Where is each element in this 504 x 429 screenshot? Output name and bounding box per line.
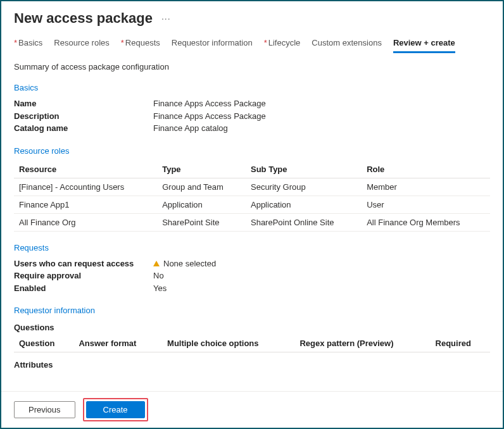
col-answer-format: Answer format bbox=[73, 335, 162, 352]
create-highlight: Create bbox=[83, 398, 148, 421]
warning-icon bbox=[153, 261, 160, 266]
required-star-icon: * bbox=[121, 38, 124, 47]
col-type: Type bbox=[157, 161, 246, 178]
col-required: Required bbox=[431, 335, 490, 352]
kv-row: Catalog name Finance App catalog bbox=[14, 122, 490, 135]
more-actions-icon[interactable]: ··· bbox=[161, 13, 171, 23]
resource-roles-table: Resource Type Sub Type Role [Finance] - … bbox=[14, 161, 490, 232]
create-button[interactable]: Create bbox=[86, 401, 145, 418]
kv-key: Users who can request access bbox=[14, 258, 153, 270]
cell: Member bbox=[362, 178, 490, 196]
kv-row: Description Finance Apps Access Package bbox=[14, 110, 490, 123]
table-row: [Finance] - Accounting Users Group and T… bbox=[14, 178, 490, 196]
attributes-label: Attributes bbox=[14, 360, 490, 370]
kv-value: Finance App catalog bbox=[153, 122, 490, 135]
summary-label: Summary of access package configuration bbox=[14, 62, 490, 72]
col-regex: Regex pattern (Preview) bbox=[294, 335, 430, 352]
cell: Group and Team bbox=[157, 178, 246, 196]
kv-value: Finance Apps Access Package bbox=[153, 97, 490, 110]
content-scroll[interactable]: Summary of access package configuration … bbox=[1, 53, 503, 391]
tab-requests[interactable]: *Requests bbox=[121, 38, 160, 53]
kv-row: Users who can request access None select… bbox=[14, 258, 490, 270]
cell: Security Group bbox=[246, 178, 362, 196]
cell: All Finance Org bbox=[14, 213, 157, 231]
kv-value: No bbox=[153, 270, 490, 282]
kv-value: Yes bbox=[153, 282, 490, 295]
kv-value: Finance Apps Access Package bbox=[153, 110, 490, 123]
tab-review-create[interactable]: Review + create bbox=[393, 38, 455, 53]
section-heading-requests: Requests bbox=[14, 243, 490, 252]
cell: Finance App1 bbox=[14, 196, 157, 213]
kv-row: Enabled Yes bbox=[14, 282, 490, 295]
kv-key: Description bbox=[14, 110, 153, 123]
cell: Application bbox=[157, 196, 246, 213]
table-row: Finance App1 Application Application Use… bbox=[14, 196, 490, 213]
footer: Previous Create bbox=[1, 391, 503, 428]
questions-table: Question Answer format Multiple choice o… bbox=[14, 335, 490, 352]
kv-row: Require approval No bbox=[14, 270, 490, 282]
header: New access package ··· bbox=[1, 1, 503, 32]
col-role: Role bbox=[362, 161, 490, 178]
cell: [Finance] - Accounting Users bbox=[14, 178, 157, 196]
tab-bar: *Basics Resource roles *Requests Request… bbox=[1, 32, 503, 53]
section-heading-requestor-info: Requestor information bbox=[14, 306, 490, 315]
kv-key: Enabled bbox=[14, 282, 153, 295]
kv-key: Catalog name bbox=[14, 122, 153, 135]
tab-basics[interactable]: *Basics bbox=[14, 38, 42, 53]
questions-label: Questions bbox=[14, 323, 490, 332]
kv-key: Require approval bbox=[14, 270, 153, 282]
kv-key: Name bbox=[14, 97, 153, 110]
cell: Application bbox=[246, 196, 362, 213]
cell: SharePoint Site bbox=[157, 213, 246, 231]
col-mc-options: Multiple choice options bbox=[162, 335, 294, 352]
tab-requestor-information[interactable]: Requestor information bbox=[172, 38, 253, 53]
page-frame: New access package ··· *Basics Resource … bbox=[0, 0, 504, 429]
tab-lifecycle[interactable]: *Lifecycle bbox=[264, 38, 301, 53]
cell: All Finance Org Members bbox=[362, 213, 490, 231]
tab-custom-extensions[interactable]: Custom extensions bbox=[312, 38, 382, 53]
table-row: All Finance Org SharePoint Site SharePoi… bbox=[14, 213, 490, 231]
kv-value: None selected bbox=[153, 258, 490, 270]
previous-button[interactable]: Previous bbox=[14, 401, 75, 418]
section-heading-resource-roles: Resource roles bbox=[14, 146, 490, 156]
kv-row: Name Finance Apps Access Package bbox=[14, 97, 490, 110]
required-star-icon: * bbox=[264, 38, 267, 47]
tab-resource-roles[interactable]: Resource roles bbox=[54, 38, 109, 53]
page-title: New access package bbox=[14, 10, 153, 27]
cell: User bbox=[362, 196, 490, 213]
col-question: Question bbox=[14, 335, 73, 352]
section-heading-basics: Basics bbox=[14, 83, 490, 92]
col-subtype: Sub Type bbox=[246, 161, 362, 178]
required-star-icon: * bbox=[14, 38, 17, 47]
col-resource: Resource bbox=[14, 161, 157, 178]
cell: SharePoint Online Site bbox=[246, 213, 362, 231]
